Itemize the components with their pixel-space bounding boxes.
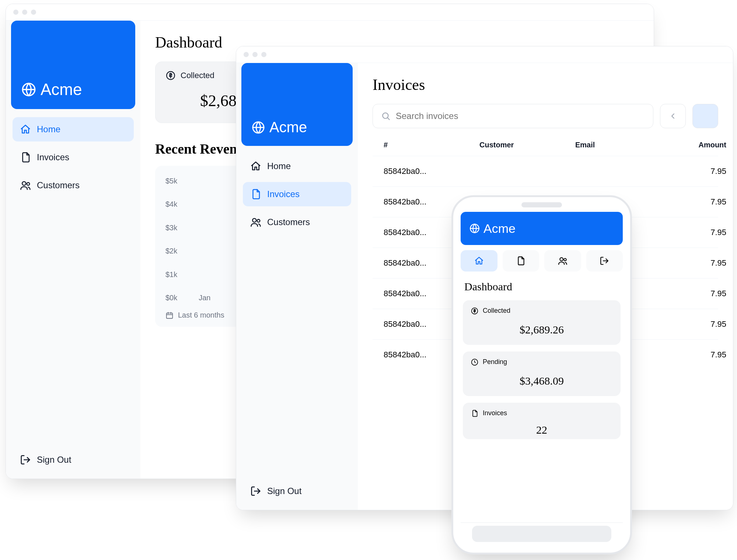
phone-mockup: Acme Dashboard Collected $2,689.26 Pendi… xyxy=(451,195,632,554)
cell-amount: 7.95 xyxy=(671,350,733,360)
collected-label: Collected xyxy=(181,71,214,80)
sidebar-item-label: Customers xyxy=(267,217,310,227)
dollar-icon xyxy=(471,307,478,315)
document-icon xyxy=(516,256,525,266)
collected-card: Collected $2,689.26 xyxy=(463,300,621,345)
home-icon xyxy=(250,161,261,172)
dollar-icon xyxy=(166,71,175,80)
traffic-dot xyxy=(252,52,258,57)
sidebar-item-invoices[interactable]: Invoices xyxy=(13,145,134,169)
cell-amount: 7.95 xyxy=(671,258,733,268)
pager-page-button[interactable] xyxy=(692,104,718,128)
clock-icon xyxy=(471,358,478,366)
cell-customer xyxy=(479,167,575,176)
phone-footer xyxy=(461,522,623,545)
cell-amount: 7.95 xyxy=(671,289,733,298)
sidebar-item-label: Invoices xyxy=(267,189,300,199)
document-icon xyxy=(471,410,478,417)
signout-label: Sign Out xyxy=(37,455,71,465)
brand-logo: Acme xyxy=(461,212,623,245)
search-input[interactable] xyxy=(373,104,653,128)
brand-logo: Acme xyxy=(11,21,135,109)
collected-label: Collected xyxy=(483,307,510,315)
sidebar-item-label: Invoices xyxy=(37,152,69,162)
page-title: Invoices xyxy=(373,76,718,94)
invoices-value: 22 xyxy=(471,417,612,436)
sidebar-item-home[interactable]: Home xyxy=(13,117,134,141)
cell-amount: 7.95 xyxy=(671,167,733,176)
invoices-label: Invoices xyxy=(483,409,507,417)
cell-amount: 7.95 xyxy=(671,319,733,329)
titlebar xyxy=(236,46,733,63)
pending-value: $3,468.09 xyxy=(471,366,612,389)
brand-name: Acme xyxy=(41,80,82,99)
brand-name: Acme xyxy=(269,119,307,136)
sidebar-filler xyxy=(13,201,134,443)
chart-x-label: Jan xyxy=(199,294,210,302)
signout-button[interactable]: Sign Out xyxy=(243,479,351,503)
globe-icon xyxy=(21,82,36,97)
users-icon xyxy=(558,256,567,266)
traffic-dot xyxy=(244,52,249,57)
page-title: Dashboard xyxy=(464,280,619,293)
signout-icon xyxy=(250,486,261,497)
nav-home[interactable] xyxy=(461,250,497,272)
document-icon xyxy=(250,189,261,200)
brand-logo: Acme xyxy=(241,63,353,146)
traffic-dot xyxy=(261,52,266,57)
traffic-dot xyxy=(22,10,27,15)
nav-customers[interactable] xyxy=(544,250,581,272)
traffic-dot xyxy=(13,10,18,15)
nav-signout[interactable] xyxy=(586,250,623,272)
search-icon xyxy=(381,111,391,121)
users-icon xyxy=(250,217,261,228)
users-icon xyxy=(20,180,31,191)
document-icon xyxy=(20,152,31,163)
sidebar: Acme Home Invoices Customers xyxy=(6,21,140,479)
brand-name: Acme xyxy=(483,221,516,236)
collected-value: $2,689.26 xyxy=(471,315,612,338)
home-icon xyxy=(20,124,31,135)
sidebar-item-label: Home xyxy=(267,161,291,171)
cell-amount: 7.95 xyxy=(671,228,733,237)
signout-button[interactable]: Sign Out xyxy=(13,448,134,472)
invoices-card: Invoices 22 xyxy=(463,403,621,439)
chart-footer-text: Last 6 months xyxy=(178,311,224,319)
traffic-dot xyxy=(31,10,36,15)
sidebar-item-label: Home xyxy=(37,124,60,134)
pager-prev-button[interactable] xyxy=(660,104,686,128)
table-header: # Customer Email Amount Date xyxy=(373,141,718,156)
phone-notch xyxy=(521,202,562,207)
sidebar-item-invoices[interactable]: Invoices xyxy=(243,182,351,206)
pending-label: Pending xyxy=(483,358,507,366)
chart-y-axis: $5k $4k $3k $2k $1k $0k xyxy=(165,177,177,302)
search-field[interactable] xyxy=(396,111,645,121)
cell-id: 85842ba0... xyxy=(384,167,479,176)
pending-card: Pending $3,468.09 xyxy=(463,351,621,396)
sidebar-item-customers[interactable]: Customers xyxy=(243,210,351,234)
signout-icon xyxy=(600,256,609,266)
calendar-icon xyxy=(165,311,174,319)
footer-pill xyxy=(472,526,611,542)
sidebar-item-customers[interactable]: Customers xyxy=(13,173,134,197)
home-icon xyxy=(474,256,484,266)
globe-icon xyxy=(469,223,480,234)
sidebar: Acme Home Invoices Customers xyxy=(236,63,358,510)
sidebar-filler xyxy=(243,238,351,475)
sidebar-item-home[interactable]: Home xyxy=(243,154,351,178)
signout-label: Sign Out xyxy=(267,486,301,496)
cell-amount: 7.95 xyxy=(671,197,733,207)
globe-icon xyxy=(252,121,265,134)
sidebar-item-label: Customers xyxy=(37,180,80,190)
nav-invoices[interactable] xyxy=(503,250,539,272)
table-row[interactable]: 85842ba0...7.95Dec 6, 2022 xyxy=(373,156,718,186)
titlebar xyxy=(6,4,654,21)
cell-email xyxy=(575,167,671,176)
signout-icon xyxy=(20,454,31,465)
